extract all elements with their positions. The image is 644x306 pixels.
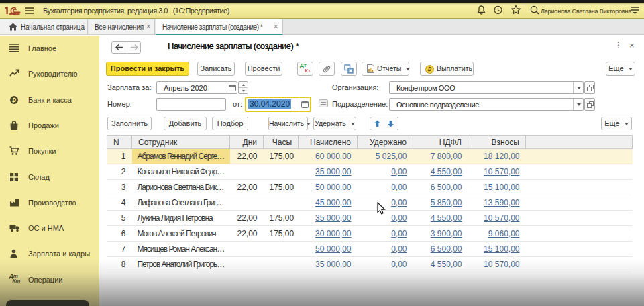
- svg-text:₽: ₽: [428, 66, 432, 73]
- svg-text:₽: ₽: [12, 97, 16, 104]
